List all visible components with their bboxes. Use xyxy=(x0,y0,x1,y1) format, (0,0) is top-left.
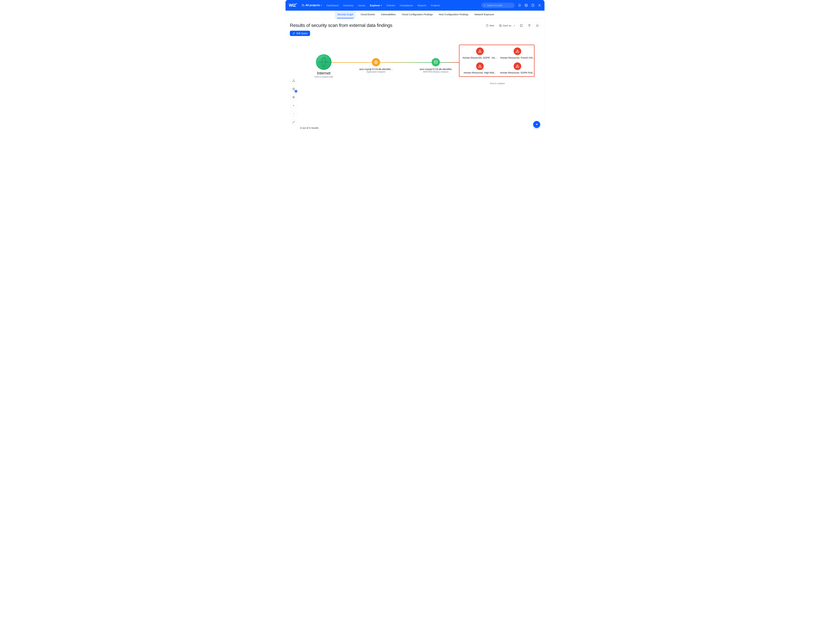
tab-cloud-events[interactable]: Cloud Events xyxy=(360,11,376,18)
tab-label: Security Graph xyxy=(337,13,353,16)
file-icon xyxy=(486,24,489,27)
zoom-out-button[interactable]: － xyxy=(290,111,297,117)
main-nav: Dashboard Inventory Issues Explorer▾ Pol… xyxy=(326,4,440,7)
findings-group[interactable]: Human Resources: GDPR - Dat... Human Res… xyxy=(459,44,534,77)
node-db-instance[interactable]: amz-mysql-5719-db-identifier AWS RDS MyS… xyxy=(418,58,454,73)
layers-badge: 2 xyxy=(295,90,297,93)
nav-explorer[interactable]: Explorer▾ xyxy=(370,4,382,7)
topbar: WIZ ✦ All projects ▾ Dashboard Inventory… xyxy=(285,0,545,11)
help-icon[interactable] xyxy=(531,4,534,7)
tab-security-graph[interactable]: Security Graph xyxy=(335,11,356,18)
save-as-button[interactable]: Save as... ▾ xyxy=(498,23,516,28)
topbar-right: Search (Cmd/K) xyxy=(482,3,541,8)
tab-label: Network Exposure xyxy=(474,13,494,16)
user-icon[interactable] xyxy=(538,4,541,7)
nav-reports[interactable]: Reports xyxy=(418,4,426,7)
brand-logo[interactable]: WIZ ✦ xyxy=(289,3,297,8)
node-internet[interactable]: Internet Click to expand path xyxy=(302,54,345,78)
edit-query-label: Edit Query xyxy=(296,32,307,35)
ai-assistant-fab[interactable]: ✦ xyxy=(533,121,540,128)
tab-vulnerabilities[interactable]: Vulnerabilities xyxy=(380,11,397,18)
layers-tool-button[interactable]: 2 xyxy=(290,86,297,92)
finding-label: Human Resources: GDPR - Dat... xyxy=(463,56,497,59)
results-count: 4 out of 4 results xyxy=(300,127,318,129)
finding-item[interactable]: Human Resources: GDPR Findings xyxy=(500,62,535,74)
nav-projects[interactable]: Projects xyxy=(431,4,440,7)
folders-icon xyxy=(302,4,304,6)
tab-host-config-findings[interactable]: Host Configuration Findings xyxy=(438,11,469,18)
zoom-in-button[interactable]: ＋ xyxy=(290,102,297,109)
nav-label: Policies xyxy=(386,4,395,7)
nav-policies[interactable]: Policies xyxy=(386,4,395,7)
target-icon xyxy=(292,96,295,99)
layout-tool-button[interactable] xyxy=(290,78,297,84)
alert-icon xyxy=(476,47,484,55)
svg-rect-5 xyxy=(520,25,523,27)
svg-point-1 xyxy=(526,5,527,6)
app-window: WIZ ✦ All projects ▾ Dashboard Inventory… xyxy=(285,0,545,132)
svg-point-3 xyxy=(533,6,533,6)
sparkle-icon: ✦ xyxy=(535,123,538,126)
search-placeholder: Search (Cmd/K) xyxy=(487,4,502,6)
chevron-down-icon: ▾ xyxy=(381,5,382,6)
chevron-down-icon: ▾ xyxy=(321,5,322,6)
expand-icon xyxy=(292,121,295,123)
nav-inventory[interactable]: Inventory xyxy=(343,4,353,7)
star-icon xyxy=(536,24,539,27)
pen-icon xyxy=(293,32,295,35)
nav-issues[interactable]: Issues xyxy=(358,4,365,7)
tab-label: Vulnerabilities xyxy=(381,13,396,16)
nav-label: Inventory xyxy=(343,4,353,7)
node-title: Internet xyxy=(306,71,342,76)
graph-view-button[interactable] xyxy=(527,23,532,28)
chevron-down-icon: ▾ xyxy=(514,25,515,27)
tab-network-exposure[interactable]: Network Exposure xyxy=(474,11,495,18)
edit-query-button[interactable]: Edit Query xyxy=(290,31,310,36)
global-search[interactable]: Search (Cmd/K) xyxy=(482,3,515,8)
node-subtitle: Application Endpoint xyxy=(358,71,394,73)
fullscreen-button[interactable] xyxy=(290,119,297,125)
panel-icon xyxy=(520,24,523,27)
finding-label: Human Resources: French CNI... xyxy=(500,56,535,59)
tab-label: Cloud Events xyxy=(361,13,375,16)
nav-label: Reports xyxy=(418,4,426,7)
tab-cloud-config-findings[interactable]: Cloud Configuration Findings xyxy=(401,11,434,18)
finding-item[interactable]: Human Resources: French CNI... xyxy=(500,47,535,59)
svg-point-0 xyxy=(484,5,485,6)
project-picker[interactable]: All projects ▾ xyxy=(302,4,322,7)
new-button[interactable]: New xyxy=(485,23,496,28)
new-label: New xyxy=(489,24,494,27)
collapse-hint: Click to colapse xyxy=(481,82,514,85)
notifications-icon[interactable] xyxy=(518,4,521,7)
graph-tool-rail: 2 ＋ － xyxy=(290,78,297,125)
graph-canvas[interactable]: Internet Click to expand path amz-mysql-… xyxy=(285,38,545,132)
finding-label: Human Resources: High Risk... xyxy=(463,71,497,74)
save-as-label: Save as... xyxy=(503,24,513,27)
nav-label: Explorer xyxy=(370,4,380,7)
node-app-endpoint[interactable]: amz-mysql-5719-db-identifie... Applicati… xyxy=(358,58,394,73)
nav-compliance[interactable]: Compliance xyxy=(400,4,413,7)
alert-icon xyxy=(513,47,521,55)
nav-label: Compliance xyxy=(400,4,413,7)
page-header: Results of security scan from external d… xyxy=(285,18,545,30)
graph-icon xyxy=(528,24,531,27)
finding-item[interactable]: Human Resources: GDPR - Dat... xyxy=(463,47,497,59)
node-subtitle: AWS RDS MySQL Instance xyxy=(418,71,454,73)
tab-label: Host Configuration Findings xyxy=(439,13,469,16)
project-picker-label: All projects xyxy=(306,4,320,7)
finding-label: Human Resources: GDPR Findings xyxy=(500,71,535,74)
subtabs-bar: Security Graph Cloud Events Vulnerabilit… xyxy=(285,11,545,18)
minus-icon: － xyxy=(292,112,295,116)
layout-panel-button[interactable] xyxy=(519,23,524,28)
finding-item[interactable]: Human Resources: High Risk... xyxy=(463,62,497,74)
database-icon xyxy=(432,58,440,66)
endpoint-icon xyxy=(372,58,380,66)
page-title: Results of security scan from external d… xyxy=(290,23,393,28)
svg-point-16 xyxy=(293,97,294,98)
node-title: amz-mysql-5719-db-identifie... xyxy=(358,68,394,71)
settings-icon[interactable] xyxy=(524,4,528,7)
center-tool-button[interactable] xyxy=(290,94,297,100)
favorite-button[interactable] xyxy=(534,23,540,28)
nav-label: Projects xyxy=(431,4,440,7)
nav-dashboard[interactable]: Dashboard xyxy=(326,4,339,7)
